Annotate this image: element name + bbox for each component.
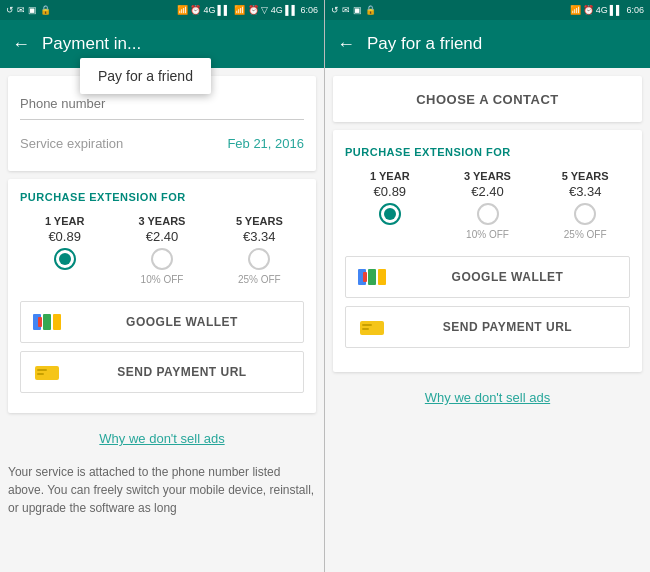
right-plan-options: 1 YEAR €0.89 3 YEARS €2.40 10% OFF 5 YE	[345, 170, 630, 240]
left-plan-3years[interactable]: 3 YEARS €2.40 10% OFF	[117, 215, 206, 285]
left-plan-3years-label: 3 YEARS	[117, 215, 206, 227]
left-bottom-text: Your service is attached to the phone nu…	[8, 455, 316, 525]
left-plan-5years-label: 5 YEARS	[215, 215, 304, 227]
right-send-payment-label: SEND PAYMENT URL	[398, 320, 617, 334]
svg-rect-13	[362, 328, 369, 330]
right-radio-5years[interactable]	[574, 203, 596, 225]
left-purchase-card: PURCHASE EXTENSION FOR 1 YEAR €0.89 3 YE…	[8, 179, 316, 413]
right-header-title: Pay for a friend	[367, 34, 482, 54]
left-google-wallet-button[interactable]: GOOGLE WALLET	[20, 301, 304, 343]
right-status-battery: ▌▌	[610, 5, 623, 15]
right-plan-3years-price: €2.40	[443, 184, 533, 199]
left-screen-content: Service expiration Feb 21, 2016 PURCHASE…	[0, 68, 324, 572]
left-status-bar: ↺ ✉ ▣ 🔒 📶 ⏰ 4G ▌▌ 📶 ⏰ ▽ 4G ▌▌ 6:06	[0, 0, 324, 20]
left-status-battery: ▌▌	[217, 5, 230, 15]
right-radio-1year[interactable]	[379, 203, 401, 225]
right-status-alarm: ⏰	[583, 5, 594, 15]
left-radio-3years[interactable]	[151, 248, 173, 270]
left-plan-5years-price: €3.34	[215, 229, 304, 244]
left-back-button[interactable]: ←	[12, 34, 30, 55]
right-send-payment-icon	[358, 317, 386, 337]
right-status-4g: 4G	[596, 5, 608, 15]
right-why-link[interactable]: Why we don't sell ads	[333, 380, 642, 414]
right-radio-3years[interactable]	[477, 203, 499, 225]
left-radio-1year[interactable]	[54, 248, 76, 270]
right-purchase-label: PURCHASE EXTENSION FOR	[345, 146, 630, 158]
left-plan-options: 1 YEAR €0.89 3 YEARS €2.40 10% OFF 5 YE	[20, 215, 304, 285]
right-plan-5years-discount: 25% OFF	[540, 229, 630, 240]
left-google-wallet-label: GOOGLE WALLET	[73, 315, 291, 329]
svg-rect-12	[362, 324, 372, 326]
right-screen-content: CHOOSE A CONTACT PURCHASE EXTENSION FOR …	[325, 68, 650, 572]
left-why-link-anchor[interactable]: Why we don't sell ads	[99, 431, 224, 446]
left-status-alarm: ⏰	[190, 5, 201, 15]
right-plan-3years-label: 3 YEARS	[443, 170, 533, 182]
right-status-icon-1: ↺	[331, 5, 339, 15]
right-status-network: 📶	[570, 5, 581, 15]
svg-rect-6	[37, 373, 44, 375]
left-phone-screen: ↺ ✉ ▣ 🔒 📶 ⏰ 4G ▌▌ 📶 ⏰ ▽ 4G ▌▌ 6:06 ← Pay…	[0, 0, 325, 572]
status-icon-screen-left: ▣	[28, 5, 37, 15]
left-status-4g: 4G	[203, 5, 215, 15]
right-purchase-card: PURCHASE EXTENSION FOR 1 YEAR €0.89 3 YE…	[333, 130, 642, 372]
right-plan-1year[interactable]: 1 YEAR €0.89	[345, 170, 435, 240]
right-send-payment-button[interactable]: SEND PAYMENT URL	[345, 306, 630, 348]
choose-contact-card[interactable]: CHOOSE A CONTACT	[333, 76, 642, 122]
tooltip-popup: Pay for a friend	[80, 58, 211, 94]
right-status-right: 📶 ⏰ 4G ▌▌ 6:06	[570, 5, 644, 15]
left-send-payment-icon	[33, 362, 61, 382]
svg-rect-1	[43, 314, 51, 330]
right-plan-1year-price: €0.89	[345, 184, 435, 199]
right-plan-1year-label: 1 YEAR	[345, 170, 435, 182]
left-send-payment-label: SEND PAYMENT URL	[73, 365, 291, 379]
right-status-bar: ↺ ✉ ▣ 🔒 📶 ⏰ 4G ▌▌ 6:06	[325, 0, 650, 20]
right-status-icon-2: ✉	[342, 5, 350, 15]
left-plan-3years-price: €2.40	[117, 229, 206, 244]
right-status-icon-3: ▣	[353, 5, 362, 15]
right-plan-3years-discount: 10% OFF	[443, 229, 533, 240]
svg-rect-9	[378, 269, 386, 285]
status-icon-mail-left: ✉	[17, 5, 25, 15]
right-plan-5years[interactable]: 5 YEARS €3.34 25% OFF	[540, 170, 630, 240]
choose-contact-label: CHOOSE A CONTACT	[416, 92, 559, 107]
left-plan-1year[interactable]: 1 YEAR €0.89	[20, 215, 109, 285]
right-plan-5years-label: 5 YEARS	[540, 170, 630, 182]
left-header-title: Payment in...	[42, 34, 141, 54]
status-icon-signal-left: ↺	[6, 5, 14, 15]
tooltip-text: Pay for a friend	[98, 68, 193, 84]
left-plan-5years[interactable]: 5 YEARS €3.34 25% OFF	[215, 215, 304, 285]
right-google-wallet-icon	[358, 267, 386, 287]
right-radio-inner-1year	[384, 208, 396, 220]
svg-rect-5	[37, 369, 47, 371]
left-plan-3years-discount: 10% OFF	[117, 274, 206, 285]
left-plan-1year-label: 1 YEAR	[20, 215, 109, 227]
left-why-link[interactable]: Why we don't sell ads	[8, 421, 316, 455]
left-status-network: 📶	[177, 5, 188, 15]
svg-rect-8	[368, 269, 376, 285]
right-google-wallet-label: GOOGLE WALLET	[398, 270, 617, 284]
right-plan-5years-price: €3.34	[540, 184, 630, 199]
svg-rect-2	[53, 314, 61, 330]
left-status-right: 📶 ⏰ 4G ▌▌ 📶 ⏰ ▽ 4G ▌▌ 6:06	[177, 5, 318, 15]
left-plan-1year-price: €0.89	[20, 229, 109, 244]
left-radio-inner-1year	[59, 253, 71, 265]
left-send-payment-button[interactable]: SEND PAYMENT URL	[20, 351, 304, 393]
right-back-button[interactable]: ←	[337, 34, 355, 55]
left-purchase-label: PURCHASE EXTENSION FOR	[20, 191, 304, 203]
svg-rect-10	[363, 272, 367, 282]
left-status-icons: ↺ ✉ ▣ 🔒	[6, 5, 51, 15]
right-status-time: 6:06	[626, 5, 644, 15]
right-app-header: ← Pay for a friend	[325, 20, 650, 68]
left-radio-5years[interactable]	[248, 248, 270, 270]
left-google-wallet-icon	[33, 312, 61, 332]
service-expiration-label: Service expiration	[20, 136, 123, 151]
right-status-icons: ↺ ✉ ▣ 🔒	[331, 5, 376, 15]
svg-rect-3	[38, 317, 42, 327]
left-status-time: 📶 ⏰ ▽ 4G ▌▌ 6:06	[234, 5, 318, 15]
right-why-link-anchor[interactable]: Why we don't sell ads	[425, 390, 550, 405]
left-plan-5years-discount: 25% OFF	[215, 274, 304, 285]
right-google-wallet-button[interactable]: GOOGLE WALLET	[345, 256, 630, 298]
service-expiration-row: Service expiration Feb 21, 2016	[20, 128, 304, 159]
right-plan-3years[interactable]: 3 YEARS €2.40 10% OFF	[443, 170, 533, 240]
status-icon-lock-left: 🔒	[40, 5, 51, 15]
